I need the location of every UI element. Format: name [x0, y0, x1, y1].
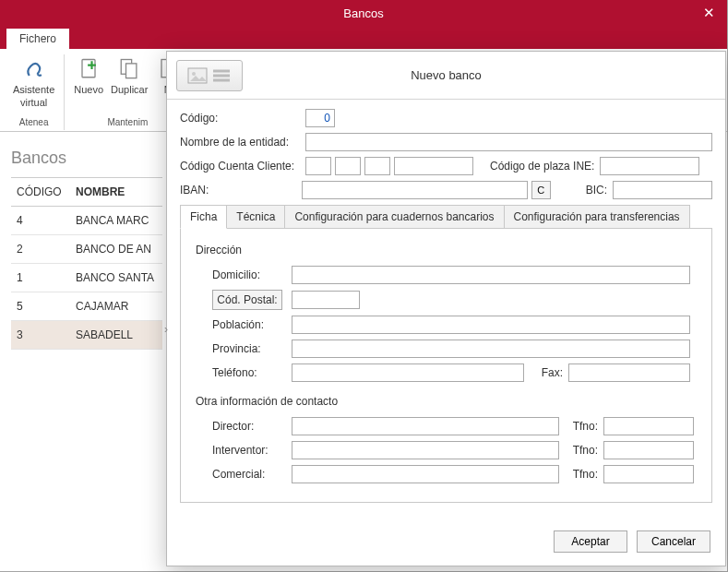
label-interventor: Interventor: — [212, 444, 292, 457]
label-poblacion: Población: — [212, 318, 292, 331]
cell-codigo: 5 — [17, 300, 76, 313]
tab-cuadernos[interactable]: Configuración para cuadernos bancarios — [284, 205, 504, 229]
cell-codigo: 1 — [17, 271, 76, 284]
label-nombre-entidad: Nombre de la entidad: — [180, 136, 305, 149]
input-domicilio[interactable] — [292, 266, 690, 284]
duplicar-label: Duplicar — [111, 84, 148, 95]
window-title: Bancos — [343, 6, 383, 20]
input-ccc-3[interactable] — [364, 157, 390, 175]
cell-nombre: SABADELL — [76, 328, 133, 341]
detail-tabstrip: Ficha Técnica Configuración para cuadern… — [180, 205, 712, 229]
table-row[interactable]: 5 CAJAMAR — [11, 292, 162, 321]
input-ccc-4[interactable] — [394, 157, 473, 175]
window-titlebar: Bancos ✕ — [0, 0, 727, 26]
label-ccc: Código Cuenta Cliente: — [180, 160, 305, 173]
tab-tecnica[interactable]: Técnica — [226, 205, 285, 229]
input-poblacion[interactable] — [292, 316, 690, 334]
label-comercial: Comercial: — [212, 468, 292, 481]
table-row[interactable]: 1 BANCO SANTA — [11, 264, 162, 292]
table-row[interactable]: 4 BANCA MARC — [11, 207, 162, 235]
modal-nuevo-banco: › Nuevo banco Código: Nombre de la entid… — [166, 51, 726, 566]
cell-nombre: BANCO SANTA — [76, 271, 154, 284]
label-iban: IBAN: — [180, 184, 302, 197]
new-doc-icon — [76, 56, 101, 82]
input-plaza-ine[interactable] — [600, 157, 699, 175]
modal-form: Código: Nombre de la entidad: Código Cue… — [167, 100, 725, 510]
input-fax[interactable] — [568, 363, 690, 382]
ribbon-group-atenea: Asistente virtual Atenea — [4, 54, 65, 130]
input-ccc-1[interactable] — [305, 157, 331, 175]
cell-codigo: 2 — [17, 243, 76, 256]
input-ccc-2[interactable] — [335, 157, 361, 175]
ribbon-btn-nuevo[interactable]: Nuevo — [70, 54, 107, 97]
tab-fichero[interactable]: Fichero — [6, 28, 70, 49]
collapse-arrow-icon[interactable]: › — [161, 319, 172, 340]
alpha-icon — [21, 56, 47, 82]
input-iban[interactable] — [302, 181, 528, 199]
tab-body-ficha: Dirección Domicilio: Cód. Postal: Poblac… — [180, 228, 712, 503]
label-telefono: Teléfono: — [212, 366, 292, 379]
label-tfno: Tfno: — [565, 468, 598, 481]
modal-title: Nuevo banco — [176, 68, 716, 82]
input-interventor[interactable] — [292, 441, 559, 459]
list-header: CÓDIGO NOMBRE — [11, 177, 162, 207]
cell-nombre: BANCO DE AN — [76, 243, 151, 256]
input-codigo[interactable] — [305, 109, 335, 127]
tab-transferencias[interactable]: Configuración para transferencias — [504, 205, 690, 229]
input-director-tfno[interactable] — [603, 417, 694, 435]
asistente-label1: Asistente — [13, 84, 54, 95]
label-domicilio: Domicilio: — [212, 268, 292, 281]
duplicate-icon — [116, 56, 142, 82]
table-row[interactable]: 3 SABADELL — [11, 321, 162, 350]
label-plaza-ine: Código de plaza INE: — [490, 160, 594, 173]
label-codigo: Código: — [180, 112, 305, 125]
tab-ficha[interactable]: Ficha — [180, 205, 227, 229]
col-codigo[interactable]: CÓDIGO — [17, 185, 76, 198]
close-icon[interactable]: ✕ — [698, 4, 720, 22]
main-tabstrip: Fichero — [0, 26, 727, 49]
cancelar-button[interactable]: Cancelar — [637, 530, 710, 553]
bank-listpanel: Bancos CÓDIGO NOMBRE 4 BANCA MARC 2 BANC… — [11, 149, 162, 350]
asistente-label2: virtual — [20, 97, 47, 108]
section-otra: Otra información de contacto — [196, 395, 700, 408]
aceptar-button[interactable]: Aceptar — [554, 530, 627, 553]
svg-rect-0 — [82, 60, 95, 77]
button-codpostal[interactable]: Cód. Postal: — [212, 290, 282, 310]
input-telefono[interactable] — [292, 363, 524, 382]
label-tfno: Tfno: — [565, 420, 598, 433]
svg-rect-4 — [126, 64, 137, 78]
modal-header: Nuevo banco — [167, 52, 725, 100]
nuevo-label: Nuevo — [74, 84, 103, 95]
cell-codigo: 3 — [17, 328, 76, 341]
ribbon-btn-asistente[interactable]: Asistente virtual — [9, 54, 58, 110]
cell-codigo: 4 — [17, 214, 76, 227]
col-nombre[interactable]: NOMBRE — [76, 185, 125, 198]
iban-calc-button[interactable]: C — [531, 181, 551, 199]
label-fax: Fax: — [530, 366, 563, 379]
input-comercial[interactable] — [292, 465, 559, 483]
input-bic[interactable] — [613, 181, 712, 199]
section-direccion: Dirección — [196, 244, 700, 256]
label-tfno: Tfno: — [565, 444, 598, 457]
input-codpostal[interactable] — [292, 291, 360, 309]
input-nombre-entidad[interactable] — [305, 133, 712, 151]
cell-nombre: CAJAMAR — [76, 300, 128, 313]
input-provincia[interactable] — [292, 340, 690, 358]
page-title: Bancos — [11, 149, 162, 168]
group-label-manten: Mantenim — [107, 117, 148, 130]
input-interventor-tfno[interactable] — [603, 441, 694, 459]
group-label-atenea: Atenea — [19, 117, 49, 130]
ribbon-btn-duplicar[interactable]: Duplicar — [107, 54, 151, 97]
label-bic: BIC: — [579, 184, 607, 197]
cell-nombre: BANCA MARC — [76, 214, 149, 227]
table-row[interactable]: 2 BANCO DE AN — [11, 235, 162, 264]
input-director[interactable] — [292, 417, 559, 435]
label-provincia: Provincia: — [212, 342, 292, 355]
label-director: Director: — [212, 420, 292, 433]
input-comercial-tfno[interactable] — [603, 465, 694, 483]
modal-footer-buttons: Aceptar Cancelar — [554, 530, 710, 553]
